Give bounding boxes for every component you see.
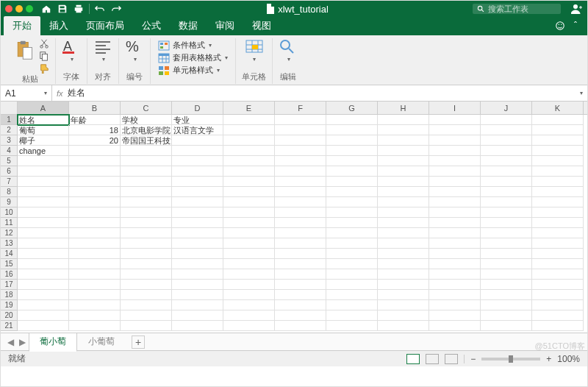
normal-view-button[interactable] (406, 354, 420, 364)
col-header[interactable]: C (121, 102, 172, 114)
cell[interactable] (326, 310, 378, 321)
cell[interactable] (481, 135, 532, 146)
cell[interactable] (18, 207, 69, 218)
cell[interactable] (481, 269, 532, 280)
cell[interactable] (378, 166, 429, 177)
cell[interactable] (18, 218, 69, 228)
cell[interactable] (481, 125, 532, 135)
cell[interactable] (378, 290, 429, 300)
cell[interactable] (532, 207, 584, 218)
col-header[interactable]: H (378, 102, 429, 114)
table-format-button[interactable]: 套用表格格式▾ (158, 52, 228, 63)
cell[interactable] (223, 321, 275, 331)
cell[interactable]: 姓名 (18, 115, 69, 125)
cell[interactable] (481, 259, 532, 269)
cell[interactable] (69, 321, 121, 331)
save-icon[interactable] (57, 3, 68, 15)
cell[interactable] (378, 280, 429, 290)
cell[interactable] (223, 310, 275, 321)
cell[interactable] (69, 249, 121, 259)
cell[interactable] (326, 177, 378, 187)
cell[interactable] (18, 249, 69, 259)
cell[interactable] (326, 218, 378, 228)
sheet-nav-next[interactable]: ▶ (17, 337, 27, 347)
conditional-format-button[interactable]: 条件格式▾ (158, 40, 228, 51)
cell[interactable] (275, 238, 326, 249)
cell[interactable] (429, 310, 481, 321)
cell[interactable] (172, 269, 223, 280)
cell[interactable] (223, 259, 275, 269)
cell[interactable] (69, 166, 121, 177)
search-input[interactable] (488, 4, 554, 13)
cell[interactable] (275, 280, 326, 290)
cell[interactable] (481, 218, 532, 228)
col-header[interactable]: F (275, 102, 326, 114)
cell[interactable] (532, 115, 584, 125)
row-header[interactable]: 4 (1, 146, 18, 156)
cell[interactable] (223, 300, 275, 310)
cell[interactable] (429, 187, 481, 197)
tab-0[interactable]: 开始 (4, 16, 40, 35)
cell[interactable] (121, 238, 172, 249)
cell[interactable]: 20 (69, 135, 121, 146)
cell[interactable] (429, 125, 481, 135)
cell[interactable] (69, 228, 121, 238)
cell[interactable] (223, 177, 275, 187)
cell[interactable] (378, 125, 429, 135)
cell[interactable] (532, 146, 584, 156)
cell[interactable] (69, 207, 121, 218)
row-header[interactable]: 10 (1, 207, 18, 218)
cell[interactable] (275, 177, 326, 187)
copy-icon[interactable] (39, 51, 49, 61)
cell[interactable] (378, 146, 429, 156)
cell[interactable] (429, 290, 481, 300)
cell[interactable] (481, 321, 532, 331)
cell[interactable] (481, 187, 532, 197)
cell[interactable] (172, 166, 223, 177)
zoom-in-button[interactable]: + (546, 354, 551, 364)
cell[interactable] (275, 115, 326, 125)
add-sheet-button[interactable]: + (132, 335, 145, 349)
cell[interactable] (18, 290, 69, 300)
cell[interactable] (481, 166, 532, 177)
select-all-corner[interactable] (1, 102, 18, 114)
cell[interactable] (172, 197, 223, 207)
row-header[interactable]: 6 (1, 166, 18, 177)
cell[interactable] (69, 177, 121, 187)
cell[interactable] (18, 280, 69, 290)
cell[interactable] (429, 280, 481, 290)
zoom-out-button[interactable]: − (470, 354, 476, 364)
col-header[interactable]: K (532, 102, 584, 114)
close-window[interactable] (5, 5, 12, 13)
cell[interactable] (275, 228, 326, 238)
cell[interactable] (172, 238, 223, 249)
cell[interactable] (121, 197, 172, 207)
cell[interactable] (69, 290, 121, 300)
cell[interactable] (481, 177, 532, 187)
cell[interactable] (429, 269, 481, 280)
page-break-view-button[interactable] (445, 354, 458, 364)
cell[interactable] (326, 115, 378, 125)
cell[interactable] (481, 207, 532, 218)
cell[interactable]: 专业 (172, 115, 223, 125)
cell[interactable] (326, 269, 378, 280)
cell[interactable] (378, 187, 429, 197)
cell[interactable] (481, 228, 532, 238)
cell[interactable] (121, 290, 172, 300)
cell[interactable] (69, 310, 121, 321)
cell[interactable] (172, 280, 223, 290)
cell[interactable] (172, 187, 223, 197)
cell[interactable] (429, 249, 481, 259)
row-header[interactable]: 3 (1, 135, 18, 146)
cell[interactable] (121, 280, 172, 290)
cell[interactable]: 北京电影学院 (121, 125, 172, 135)
cell[interactable] (481, 280, 532, 290)
minimize-window[interactable] (15, 5, 23, 13)
row-header[interactable]: 20 (1, 310, 18, 321)
cell[interactable] (69, 146, 121, 156)
cell[interactable] (172, 321, 223, 331)
cell[interactable] (275, 249, 326, 259)
cell[interactable] (532, 197, 584, 207)
maximize-window[interactable] (26, 5, 33, 13)
row-header[interactable]: 12 (1, 228, 18, 238)
